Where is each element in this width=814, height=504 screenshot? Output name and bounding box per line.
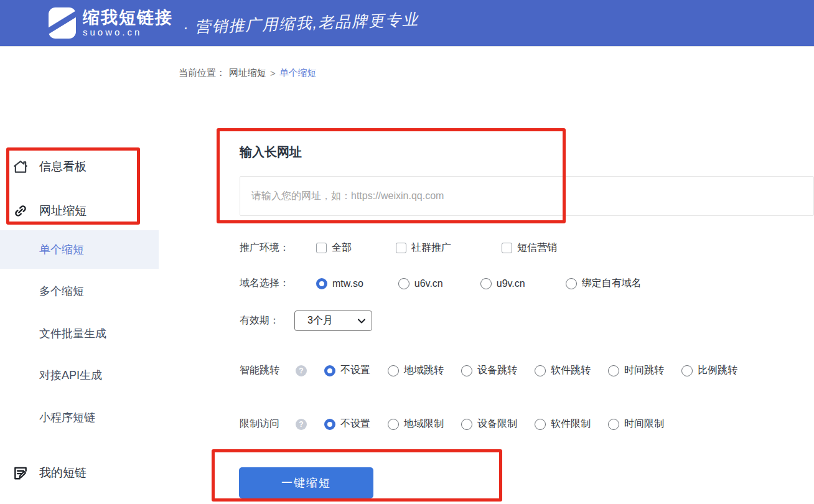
radio-icon[interactable] (608, 419, 619, 430)
radio-selected-icon[interactable] (324, 365, 335, 376)
radio-label: 设备限制 (477, 418, 517, 431)
radio-label: 地域限制 (404, 418, 444, 431)
radio-selected-icon[interactable] (316, 278, 327, 289)
link-icon (12, 203, 29, 219)
brand-tagline: · 营销推广用缩我,老品牌更专业 (183, 9, 419, 37)
radio-label: 时间限制 (624, 418, 664, 431)
radio-icon[interactable] (388, 419, 399, 430)
radio-label: u6v.cn (414, 278, 443, 289)
checkbox-label: 短信营销 (517, 241, 557, 254)
checkbox-option-all[interactable]: 全部 (316, 241, 352, 254)
sidebar-item-my-links[interactable]: 我的短链 (0, 464, 159, 482)
brand-logo[interactable]: 缩我短链接 suowo.cn (49, 7, 173, 39)
home-icon (12, 159, 29, 175)
sidebar-item-label: 单个缩短 (39, 242, 84, 257)
breadcrumb-current-link[interactable]: 单个缩短 (279, 67, 317, 79)
radio-icon[interactable] (388, 365, 399, 376)
checkbox-icon[interactable] (396, 243, 406, 253)
question-icon[interactable] (296, 419, 307, 430)
breadcrumb-prefix: 当前位置： (179, 67, 225, 79)
sidebar-item-dashboard[interactable]: 信息看板 (0, 157, 159, 176)
radio-icon[interactable] (480, 278, 492, 289)
radio-icon[interactable] (535, 365, 546, 376)
checkbox-icon[interactable] (502, 243, 512, 253)
radio-option-region-restrict[interactable]: 地域限制 (388, 418, 444, 431)
radio-label: 软件限制 (551, 418, 591, 431)
checkbox-option-community[interactable]: 社群推广 (396, 241, 451, 254)
validity-label: 有效期： (240, 314, 294, 327)
radio-option-region-jump[interactable]: 地域跳转 (388, 364, 444, 377)
radio-option-software-jump[interactable]: 软件跳转 (535, 364, 591, 377)
radio-option-time-jump[interactable]: 时间跳转 (608, 364, 664, 377)
radio-option-device-restrict[interactable]: 设备限制 (461, 418, 517, 431)
sidebar-item-single-shorten[interactable]: 单个缩短 (0, 240, 159, 259)
radio-option-u9v-cn[interactable]: u9v.cn (480, 278, 525, 289)
radio-label: mtw.so (332, 278, 363, 289)
promo-env-row: 推广环境： 全部 社群推广 短信营销 (240, 241, 557, 254)
sidebar-item-multi-shorten[interactable]: 多个缩短 (0, 282, 159, 301)
radio-option-time-restrict[interactable]: 时间限制 (608, 418, 664, 431)
sidebar-nav: 信息看板 网址缩短 单个缩短 多个缩短 文件批量生成 对接API生成 (0, 47, 159, 504)
sidebar-item-api-generate[interactable]: 对接API生成 (0, 366, 159, 385)
radio-icon[interactable] (535, 419, 546, 430)
radio-icon[interactable] (398, 278, 409, 289)
sidebar-item-url-shorten[interactable]: 网址缩短 (0, 202, 159, 220)
radio-label: 软件跳转 (551, 364, 591, 377)
radio-icon[interactable] (681, 365, 693, 376)
long-url-input[interactable] (240, 176, 814, 216)
validity-selected-value: 3个月 (307, 314, 333, 327)
radio-option-u6v-cn[interactable]: u6v.cn (398, 278, 443, 289)
breadcrumb-parent-link[interactable]: 网址缩短 (229, 67, 266, 79)
sidebar-item-label: 对接API生成 (39, 368, 102, 383)
domain-select-row: 域名选择： mtw.so u6v.cn u9v.cn 绑定自有域名 (240, 277, 642, 290)
question-icon[interactable] (296, 365, 307, 376)
restrict-access-row: 限制访问 不设置 地域限制 设备限制 软件限制 时间限制 (240, 418, 664, 431)
radio-label: 比例跳转 (698, 364, 737, 377)
checkbox-label: 全部 (332, 241, 352, 254)
doc-edit-icon (12, 465, 29, 481)
restrict-access-label: 限制访问 (240, 418, 279, 431)
smart-jump-label: 智能跳转 (240, 364, 279, 377)
radio-icon[interactable] (566, 278, 577, 289)
sidebar-item-label: 网址缩短 (39, 203, 87, 219)
radio-label: 地域跳转 (404, 364, 444, 377)
radio-option-mtw-so[interactable]: mtw.so (316, 278, 363, 289)
radio-option-device-jump[interactable]: 设备跳转 (461, 364, 517, 377)
sidebar-item-label: 文件批量生成 (39, 326, 106, 341)
brand-text: 缩我短链接 suowo.cn (83, 9, 173, 37)
section-title-long-url: 输入长网址 (240, 144, 302, 161)
domain-select-label: 域名选择： (240, 277, 299, 290)
radio-label: 设备跳转 (477, 364, 517, 377)
radio-option-no-restrict[interactable]: 不设置 (324, 418, 370, 431)
breadcrumb-separator: > (270, 68, 276, 78)
radio-option-no-setting[interactable]: 不设置 (324, 364, 370, 377)
sidebar-item-file-batch[interactable]: 文件批量生成 (0, 324, 159, 343)
radio-label: 时间跳转 (624, 364, 664, 377)
sidebar-item-miniprogram-link[interactable]: 小程序短链 (0, 408, 159, 427)
validity-row: 有效期： 3个月 (240, 310, 372, 331)
validity-select[interactable]: 3个月 (294, 310, 372, 331)
checkbox-option-sms[interactable]: 短信营销 (502, 241, 557, 254)
radio-icon[interactable] (461, 419, 472, 430)
radio-option-ratio-jump[interactable]: 比例跳转 (681, 364, 737, 377)
page: 缩我短链接 suowo.cn · 营销推广用缩我,老品牌更专业 信息看板 网址缩… (0, 0, 814, 504)
sidebar-item-label: 信息看板 (39, 159, 87, 175)
radio-selected-icon[interactable] (324, 419, 335, 430)
sidebar-item-label: 我的短链 (39, 465, 87, 481)
shorten-submit-button[interactable]: 一键缩短 (239, 467, 373, 498)
brand-name: 缩我短链接 (83, 9, 173, 26)
radio-label: 不设置 (340, 364, 370, 377)
radio-icon[interactable] (608, 365, 619, 376)
radio-option-custom-domain[interactable]: 绑定自有域名 (566, 277, 642, 290)
smart-jump-row: 智能跳转 不设置 地域跳转 设备跳转 软件跳转 时间跳转 比例跳转 (240, 364, 737, 377)
suowo-logo-icon (49, 7, 76, 39)
brand-domain: suowo.cn (83, 27, 173, 37)
checkbox-label: 社群推广 (411, 241, 451, 254)
radio-option-software-restrict[interactable]: 软件限制 (535, 418, 591, 431)
radio-icon[interactable] (461, 365, 472, 376)
chevron-down-icon (358, 319, 365, 324)
checkbox-icon[interactable] (316, 243, 327, 253)
radio-label: u9v.cn (497, 278, 525, 289)
sidebar-item-label: 小程序短链 (39, 410, 95, 425)
promo-env-label: 推广环境： (240, 241, 299, 254)
